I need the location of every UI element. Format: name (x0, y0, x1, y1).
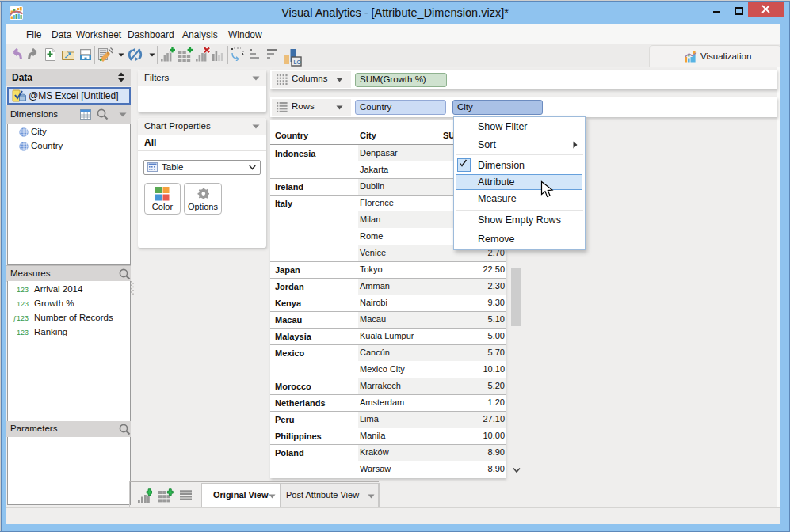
svg-text:LO: LO (294, 59, 301, 65)
